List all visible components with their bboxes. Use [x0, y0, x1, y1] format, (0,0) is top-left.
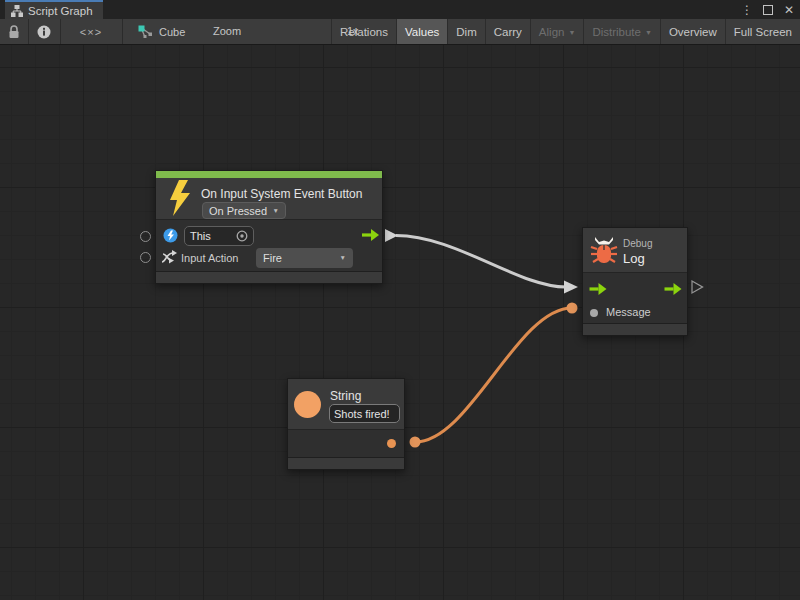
- debug-log-node[interactable]: Debug Log Message: [582, 227, 688, 336]
- value-wire-start-dot: [410, 437, 421, 448]
- this-field[interactable]: This: [184, 226, 254, 246]
- embed-code-button[interactable]: <×>: [60, 19, 122, 44]
- graph-pointer-icon: [138, 25, 153, 38]
- string-node-body: [288, 429, 404, 457]
- maximize-icon[interactable]: [763, 5, 773, 15]
- message-port-dot[interactable]: [590, 309, 598, 317]
- toolbar-buttons: Relations Values Dim Carry Align▼ Distri…: [331, 19, 800, 44]
- event-node-port-circle[interactable]: [140, 231, 151, 242]
- string-node-title: String: [330, 389, 361, 403]
- debug-node-title: Log: [623, 251, 645, 266]
- lock-button[interactable]: [0, 19, 28, 44]
- debug-node-category: Debug: [623, 238, 652, 249]
- tab-label: Script Graph: [28, 5, 93, 17]
- event-node-header: On Input System Event Button On Pressed …: [156, 178, 382, 219]
- event-node-body: This Input Action: [156, 219, 382, 271]
- lock-icon: [8, 25, 20, 39]
- input-action-dropdown[interactable]: Fire ▼: [256, 248, 353, 268]
- tab-script-graph[interactable]: Script Graph: [5, 0, 103, 19]
- target-name: Cube: [159, 26, 185, 38]
- object-picker-icon[interactable]: [236, 230, 248, 242]
- window-controls: ⋮ ✕: [740, 0, 796, 19]
- dim-button[interactable]: Dim: [447, 19, 484, 44]
- debug-node-footer: [583, 323, 687, 335]
- close-icon[interactable]: ✕: [782, 3, 796, 17]
- string-type-icon: [294, 391, 321, 418]
- carry-button[interactable]: Carry: [485, 19, 530, 44]
- value-wire[interactable]: [415, 308, 572, 442]
- input-action-label: Input Action: [181, 252, 239, 264]
- full-screen-button[interactable]: Full Screen: [725, 19, 800, 44]
- event-accent-bar: [156, 171, 382, 178]
- graph-icon: [11, 5, 23, 17]
- lightning-bolt-icon: [167, 180, 193, 216]
- event-node[interactable]: On Input System Event Button On Pressed …: [155, 170, 383, 284]
- window-menu-icon[interactable]: ⋮: [740, 3, 754, 17]
- event-mode-dropdown[interactable]: On Pressed ▼: [202, 202, 286, 219]
- debug-node-body: Message: [583, 272, 687, 323]
- graph-toolbar: <×> Cube Zoom 1x Relations Values Dim Ca…: [0, 19, 800, 45]
- control-wire-start-arrow: [385, 229, 398, 242]
- event-node-title: On Input System Event Button: [201, 187, 362, 201]
- code-icon: <×>: [80, 26, 102, 38]
- graph-canvas[interactable]: On Input System Event Button On Pressed …: [0, 45, 800, 600]
- control-wire-end-arrow: [564, 281, 578, 294]
- string-node[interactable]: String Shots fired!: [287, 378, 405, 470]
- message-port-label: Message: [606, 306, 651, 318]
- flow-input-arrow-icon[interactable]: [589, 283, 607, 295]
- string-value-field[interactable]: Shots fired!: [329, 404, 400, 423]
- input-action-icon: [161, 249, 178, 266]
- debug-node-header: Debug Log: [583, 228, 687, 272]
- string-output-dot[interactable]: [387, 439, 396, 448]
- align-button[interactable]: Align▼: [530, 19, 584, 44]
- control-wire[interactable]: [396, 236, 566, 288]
- value-wire-end-dot: [567, 303, 578, 314]
- graph-target[interactable]: Cube: [138, 19, 185, 44]
- values-button[interactable]: Values: [396, 19, 447, 44]
- distribute-button[interactable]: Distribute▼: [583, 19, 660, 44]
- chevron-down-icon: ▼: [273, 207, 279, 215]
- relations-button[interactable]: Relations: [331, 19, 396, 44]
- flow-out-triangle[interactable]: [692, 281, 703, 293]
- overview-button[interactable]: Overview: [660, 19, 725, 44]
- title-bar: Script Graph ⋮ ✕: [0, 0, 800, 19]
- toolbar-separator: [122, 19, 123, 44]
- string-node-footer: [288, 457, 404, 469]
- chevron-down-icon: ▼: [340, 254, 346, 262]
- flow-output-arrow-icon[interactable]: [362, 229, 379, 241]
- event-node-footer: [156, 271, 382, 283]
- script-graph-window: Script Graph ⋮ ✕ <×>: [0, 0, 800, 600]
- bug-icon: [590, 236, 618, 264]
- zoom-label: Zoom: [213, 25, 241, 37]
- chevron-down-icon: ▼: [645, 28, 652, 36]
- flow-output-arrow-icon[interactable]: [664, 283, 682, 295]
- self-target-icon: [163, 228, 178, 243]
- info-button[interactable]: [28, 19, 60, 44]
- event-node-port-circle[interactable]: [140, 252, 151, 263]
- info-icon: [37, 25, 51, 39]
- string-node-header: String Shots fired!: [288, 379, 404, 429]
- chevron-down-icon: ▼: [568, 28, 575, 36]
